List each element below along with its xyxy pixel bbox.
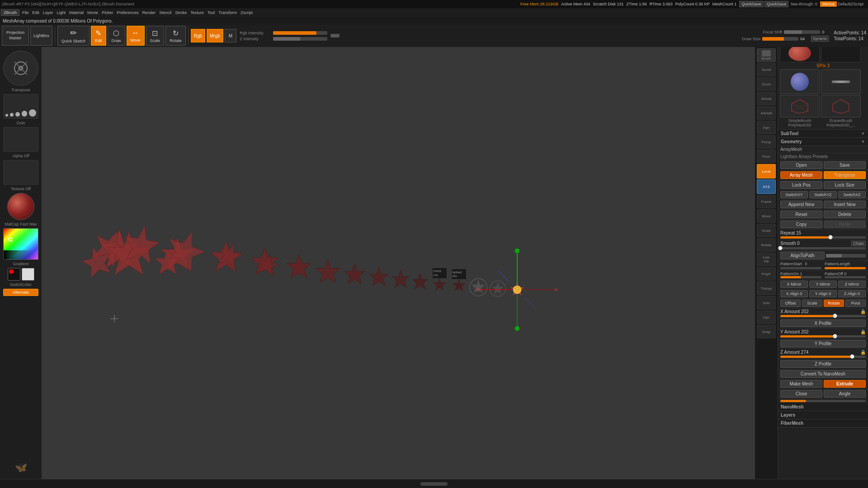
m-button[interactable]: M: [225, 29, 236, 42]
floor-icon-btn[interactable]: Floor: [757, 150, 776, 163]
x-align-button[interactable]: X Align 0: [780, 290, 808, 297]
make-mesh-button[interactable]: Make Mesh: [780, 380, 822, 388]
append-new-button[interactable]: Append New: [780, 201, 822, 208]
quick-sketch-button[interactable]: ✏ Quick Sketch: [57, 26, 90, 46]
color-picker[interactable]: [3, 228, 38, 260]
simple-brush-thumb[interactable]: [780, 69, 820, 94]
x-amount-lock[interactable]: 🔒: [860, 309, 866, 314]
menu-edit[interactable]: Edit: [31, 10, 42, 15]
z-align-button[interactable]: Z Align 0: [838, 290, 866, 297]
local-icon-btn[interactable]: Local: [757, 164, 776, 178]
save-button[interactable]: Save: [824, 161, 866, 169]
y-profile-button[interactable]: Y Profile: [780, 340, 866, 347]
menu-file[interactable]: File: [20, 10, 31, 15]
menu-zscript[interactable]: Zscript: [239, 10, 255, 15]
y-mirror-button[interactable]: Y Mirror: [809, 281, 837, 288]
align-to-path-button[interactable]: AlignToPath: [780, 252, 825, 259]
subtool-section[interactable]: SubTool ▼: [778, 130, 868, 138]
angle-slider[interactable]: [780, 400, 866, 402]
scale-icon-btn[interactable]: Scale: [757, 224, 776, 237]
rotate-button[interactable]: ↻ Rotate: [165, 26, 186, 46]
brush-icon-btn[interactable]: Brush: [757, 48, 776, 62]
convert-nanomesh-button[interactable]: Convert To NanoMesh: [780, 370, 866, 378]
x-amount-slider[interactable]: [780, 315, 866, 317]
switchxz-button[interactable]: SwitchXZ: [838, 191, 866, 198]
array-mesh-button[interactable]: Array Mesh: [780, 171, 822, 179]
projection-master-button[interactable]: Projection Master: [2, 26, 29, 46]
polymesh3d-thumb[interactable]: [780, 95, 820, 117]
menu-layer[interactable]: Layer: [41, 10, 55, 15]
layers-section[interactable]: Layers: [778, 411, 868, 419]
angle-button[interactable]: Angle: [824, 390, 866, 398]
z-amount-slider[interactable]: [780, 356, 866, 358]
copy-button[interactable]: Copy: [780, 221, 822, 228]
dynamic-button[interactable]: Dynamic: [811, 36, 829, 42]
menu-movie[interactable]: Movie: [85, 10, 100, 15]
open-button[interactable]: Open: [780, 161, 822, 169]
pattern-start-slider[interactable]: [780, 267, 821, 269]
color-swatch-white[interactable]: [22, 268, 34, 281]
extrude-button[interactable]: Extrude: [824, 380, 866, 388]
y-amount-lock[interactable]: 🔒: [860, 329, 866, 334]
mrgb-button[interactable]: Mrgb: [207, 29, 223, 42]
color-swatch-black[interactable]: [8, 268, 20, 281]
repeat-slider[interactable]: [780, 236, 866, 239]
menu-stencil[interactable]: Stencil: [157, 10, 173, 15]
menu-render[interactable]: Render: [141, 10, 158, 15]
menu-tool[interactable]: Tool: [206, 10, 217, 15]
edit-button[interactable]: ✎ Edit: [91, 26, 106, 46]
move-button[interactable]: ↔ Move: [127, 26, 145, 46]
transp-icon-btn[interactable]: Transp: [757, 282, 776, 295]
canvas-area[interactable]: STAGE COL REPEAT DEL: [42, 47, 755, 479]
actual-icon-btn[interactable]: Actual: [757, 92, 776, 105]
transpose-btn[interactable]: Transpose: [824, 171, 866, 179]
quick-save2-button[interactable]: QuickSave: [764, 1, 789, 7]
menus-button[interactable]: Menus: [820, 1, 837, 7]
zoom-icon-btn[interactable]: Zoom: [757, 77, 776, 91]
close-button[interactable]: Close: [780, 390, 822, 398]
nanomesh-section[interactable]: NanoMesh: [778, 403, 868, 411]
y-align-button[interactable]: Y Align 0: [809, 290, 837, 297]
frame-icon-btn[interactable]: Frame: [757, 195, 776, 208]
pivot-mode-button[interactable]: Pivot: [845, 300, 866, 307]
scale-button[interactable]: ⊡ Scale: [146, 26, 165, 46]
reset-button[interactable]: Reset: [780, 211, 822, 218]
geometry-section[interactable]: Geometry ▼: [778, 138, 868, 146]
rotate-mode-button[interactable]: Rotate: [824, 300, 844, 307]
lightbox-button[interactable]: LightBox: [30, 26, 52, 46]
menu-zbrush[interactable]: ZBrush: [1, 9, 19, 16]
lock-size-button[interactable]: Lock Size: [824, 181, 866, 189]
delete-button[interactable]: Delete: [824, 211, 866, 218]
quick-save-button[interactable]: QuickSave: [739, 1, 764, 7]
eraser-brush-thumb[interactable]: [821, 69, 861, 94]
dynamic2-icon-btn[interactable]: Dyn: [757, 310, 776, 324]
linefill-icon-btn[interactable]: Line Fill: [757, 253, 776, 266]
lock-pos-button[interactable]: Lock Pos: [780, 181, 822, 189]
menu-stroke[interactable]: Stroke: [173, 10, 189, 15]
y-amount-slider[interactable]: [780, 335, 866, 338]
pattern-on-slider[interactable]: [780, 276, 821, 278]
move-icon-btn[interactable]: Move: [757, 209, 776, 223]
z-profile-button[interactable]: Z Profile: [780, 360, 866, 368]
draw-button[interactable]: ⬡ Draw: [108, 26, 125, 46]
menu-light[interactable]: Light: [55, 10, 68, 15]
polyf-icon-btn[interactable]: PolyF: [757, 267, 776, 281]
solo-icon-btn[interactable]: Solo: [757, 296, 776, 310]
scroll-icon-btn[interactable]: Scroll: [757, 63, 776, 76]
alternate-button[interactable]: Alternate: [3, 289, 38, 296]
bottom-handle[interactable]: [420, 482, 448, 486]
paste-button[interactable]: Paste: [824, 221, 866, 228]
switchyz-button[interactable]: SwitchYZ: [809, 191, 837, 198]
persp-icon-btn[interactable]: Persp: [757, 135, 776, 149]
insert-new-button[interactable]: Insert New: [824, 201, 866, 208]
menu-picker[interactable]: Picker: [100, 10, 115, 15]
smooth-slider[interactable]: [780, 247, 866, 249]
offset-mode-button[interactable]: Offset: [780, 300, 801, 307]
z-amount-lock[interactable]: 🔒: [860, 350, 866, 355]
rotate-icon-btn[interactable]: Rotate: [757, 238, 776, 252]
menu-material[interactable]: Material: [67, 10, 85, 15]
matcap-preview[interactable]: [7, 193, 34, 220]
menu-texture[interactable]: Texture: [189, 10, 206, 15]
x-mirror-button[interactable]: X Mirror: [780, 281, 808, 288]
aahalf-icon-btn[interactable]: AAHalf: [757, 106, 776, 120]
